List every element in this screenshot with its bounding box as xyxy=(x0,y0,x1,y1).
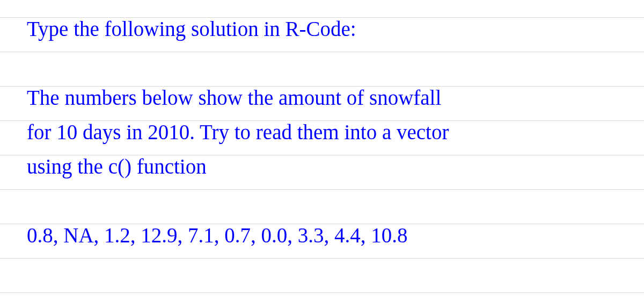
data-values-text: 0.8, NA, 1.2, 12.9, 7.1, 0.7, 0.0, 3.3, … xyxy=(27,225,408,246)
data-values-line: 0.8, NA, 1.2, 12.9, 7.1, 0.7, 0.0, 3.3, … xyxy=(27,224,617,258)
problem-line-3-text: using the c() function xyxy=(27,156,207,177)
problem-line-1: The numbers below show the amount of sno… xyxy=(27,86,617,120)
lined-paper-background: Type the following solution in R-Code: T… xyxy=(0,0,644,308)
document-content: Type the following solution in R-Code: T… xyxy=(0,17,644,258)
problem-line-3: using the c() function xyxy=(27,155,617,189)
instruction-heading-text: Type the following solution in R-Code: xyxy=(27,18,356,39)
instruction-heading: Type the following solution in R-Code: xyxy=(27,17,617,52)
problem-line-1-text: The numbers below show the amount of sno… xyxy=(27,87,441,108)
problem-line-2-text: for 10 days in 2010. Try to read them in… xyxy=(27,121,449,142)
blank-row xyxy=(27,189,617,224)
blank-row xyxy=(27,52,617,86)
problem-line-2: for 10 days in 2010. Try to read them in… xyxy=(27,120,617,155)
